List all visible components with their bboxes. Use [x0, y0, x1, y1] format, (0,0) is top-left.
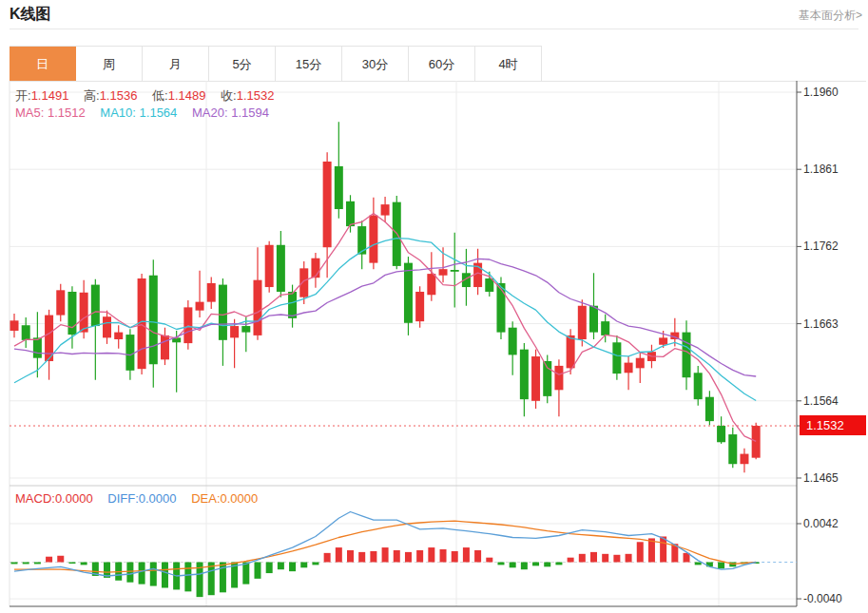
macd-bar	[324, 553, 331, 563]
macd-bar	[544, 563, 550, 567]
candle-body-up	[323, 162, 332, 247]
candle-body-down	[91, 285, 100, 326]
macd-bar	[626, 554, 632, 563]
macd-bar	[23, 563, 29, 565]
open-value: 1.1491	[31, 88, 69, 103]
price-axis-label: 1.1564	[803, 394, 839, 408]
ma-readout: MA5: 1.1512 MA10: 1.1564 MA20: 1.1594	[15, 105, 269, 120]
candle-body-down	[149, 276, 158, 365]
candle-body-up	[740, 454, 748, 465]
last-price-value: 1.1532	[806, 418, 844, 432]
price-axis-label: 1.1663	[803, 317, 839, 331]
candle-body-down	[705, 397, 714, 421]
macd-label: MACD:	[15, 491, 55, 506]
ma5-value: 1.1512	[48, 105, 86, 120]
macd-bar	[254, 563, 260, 579]
macd-axis-label: 0.0042	[803, 517, 839, 530]
macd-bar	[568, 558, 574, 563]
macd-bar	[81, 563, 87, 565]
candle-body-up	[752, 426, 761, 458]
ma5-line	[14, 214, 756, 442]
open-label: 开:	[15, 88, 31, 103]
price-axis-label: 1.1762	[803, 239, 839, 253]
candle-body-down	[612, 342, 621, 374]
candle-body-up	[439, 269, 448, 276]
macd-bar	[336, 547, 342, 562]
macd-bar	[718, 563, 724, 569]
candle-body-up	[253, 280, 261, 335]
candle-body-down	[496, 283, 505, 333]
candle-body-up	[311, 259, 319, 278]
candle-body-up	[265, 245, 274, 287]
ma20-value: 1.1594	[231, 105, 269, 120]
candle-body-up	[230, 326, 239, 337]
macd-bar	[474, 550, 481, 563]
low-value: 1.1489	[168, 88, 206, 103]
macd-bar	[34, 563, 41, 565]
candle-body-up	[369, 216, 377, 263]
candle-body-up	[427, 274, 435, 295]
candle-body-up	[625, 363, 633, 374]
macd-bar	[590, 552, 597, 563]
ma10-line	[14, 239, 756, 401]
macd-bar	[660, 536, 666, 562]
macd-bar	[358, 552, 365, 563]
macd-bar	[510, 563, 516, 568]
candle-body-up	[578, 306, 587, 339]
dea-line	[14, 521, 756, 572]
candle-body-down	[509, 328, 517, 355]
candle-body-up	[114, 333, 123, 339]
diff-label: DIFF:	[107, 491, 139, 506]
macd-bar	[370, 551, 376, 563]
kline-page: K线图 基本面分析> 日周月5分15分30分60分4时 开:1.1491 高:1…	[0, 0, 868, 613]
macd-bar	[184, 563, 191, 592]
last-price-tag: 1.1532	[800, 415, 866, 435]
macd-bar	[46, 557, 52, 563]
high-label: 高:	[84, 88, 100, 103]
macd-bar	[278, 563, 284, 570]
candle-body-down	[33, 337, 42, 357]
candle-body-down	[288, 292, 297, 318]
candle-body-up	[10, 320, 19, 331]
macd-bar	[150, 563, 157, 586]
macd-readout: MACD:0.0000 DIFF:0.0000 DEA:0.0000	[15, 491, 258, 506]
dea-label: DEA:	[191, 491, 220, 506]
ma20-label: MA20:	[192, 105, 228, 120]
diff-value: 0.0000	[139, 491, 177, 506]
macd-bar	[613, 555, 620, 563]
candle-body-up	[415, 292, 424, 321]
candle-body-up	[196, 302, 204, 311]
macd-bar	[266, 563, 273, 574]
macd-bar	[394, 550, 400, 563]
candle-body-down	[717, 426, 725, 442]
candle-body-down	[125, 335, 134, 371]
macd-bar	[637, 542, 644, 562]
candle-body-up	[299, 268, 308, 297]
macd-bar	[579, 554, 586, 563]
macd-bar	[382, 547, 389, 562]
low-label: 低:	[152, 88, 168, 103]
macd-bar	[126, 563, 133, 583]
macd-bar	[300, 563, 307, 568]
price-axis-label: 1.1960	[803, 86, 839, 99]
candle-body-down	[346, 201, 355, 226]
candle-body-up	[381, 204, 390, 215]
macd-bar	[428, 547, 434, 562]
macd-bar	[452, 551, 458, 563]
candle-body-down	[219, 285, 227, 340]
close-label: 收:	[221, 88, 237, 103]
ma20-line	[14, 259, 756, 376]
macd-bar	[695, 563, 702, 565]
candle-body-down	[22, 325, 30, 340]
macd-bar	[289, 563, 296, 572]
macd-bar	[532, 563, 539, 566]
candle-body-up	[161, 335, 169, 359]
macd-bar	[242, 563, 249, 584]
macd-bar	[312, 563, 318, 565]
price-axis-label: 1.1465	[803, 471, 839, 485]
diff-line	[14, 512, 756, 577]
ma10-value: 1.1564	[140, 105, 178, 120]
candle-body-down	[451, 270, 459, 272]
candle-body-up	[659, 337, 667, 344]
macd-bar	[405, 552, 412, 563]
